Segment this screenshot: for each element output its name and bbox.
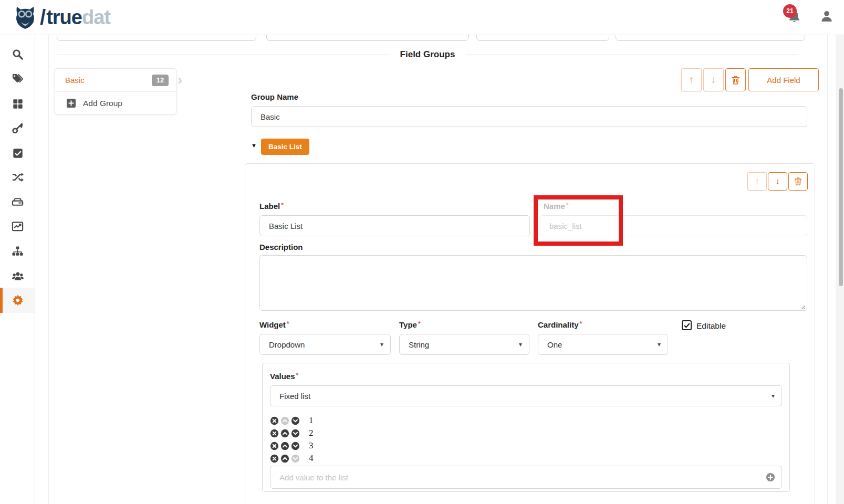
widget-select[interactable]: Dropdown ▾ [259,334,391,355]
sidebar-item-tags[interactable] [0,67,35,91]
plus-square-icon [67,99,76,108]
cardinality-select[interactable]: One ▾ [538,334,668,355]
sidebar-item-settings[interactable] [0,288,35,313]
move-value-down-icon[interactable] [291,416,300,425]
logo-slash: / [40,6,46,29]
sidebar-item-connections[interactable] [0,165,35,190]
add-group-label: Add Group [83,99,122,108]
chart-line-icon [12,220,24,233]
move-value-up-icon[interactable] [280,454,289,463]
editable-label: Editable [696,321,726,331]
divider-line-right [466,55,798,55]
sidebar-nav [0,35,35,504]
move-value-down-icon[interactable] [291,442,300,450]
arrow-down-icon: ↓ [711,74,716,86]
move-group-up-button[interactable]: ↑ [681,68,702,91]
content-left-border [48,35,49,504]
delete-field-button[interactable] [788,172,808,191]
remove-value-icon[interactable] [270,442,279,450]
collapse-field-icon[interactable]: ▼ [251,142,257,149]
sidebar-item-tasks[interactable] [0,141,35,165]
value-text: 3 [309,440,314,451]
add-group-button[interactable]: Add Group [55,92,176,114]
move-value-up-icon[interactable] [280,442,289,450]
sidebar-item-sources[interactable] [0,190,35,214]
type-select[interactable]: String ▾ [399,334,529,355]
sidebar-item-permissions[interactable] [0,116,35,141]
tags-icon [12,73,24,85]
divider-line-left [57,55,389,55]
field-name-input[interactable] [540,215,807,236]
owl-icon [14,5,37,30]
cardinality-label: Cardinality* [538,320,582,330]
sidebar-item-quality[interactable] [0,214,35,239]
resize-handle-icon[interactable] [799,303,806,310]
value-text: 4 [309,453,314,464]
users-icon [12,270,24,282]
move-field-down-button[interactable]: ↓ [768,172,787,191]
label-field-label: Label* [259,202,284,211]
key-icon [12,122,24,134]
arrow-up-icon: ↑ [755,176,759,187]
add-field-label: Add Field [767,76,800,85]
field-chip-basic-list[interactable]: Basic List [261,139,309,155]
required-asterisk: * [418,320,421,328]
user-profile-icon[interactable] [819,9,834,24]
values-source-select[interactable]: Fixed list ▾ [270,385,782,406]
caret-down-icon: ▾ [380,341,383,348]
group-name-text: Basic [65,76,152,85]
logo-text-primary: true [46,6,82,29]
values-label: Values* [270,372,298,381]
move-group-down-button[interactable]: ↓ [703,68,724,91]
value-list-item: 1 [270,414,314,427]
group-field-count-badge: 12 [152,75,169,86]
delete-group-button[interactable] [725,68,746,91]
caret-down-icon: ▾ [658,341,661,348]
logo-text-secondary: dat [82,6,110,29]
required-asterisk: * [287,320,289,328]
group-selected-chevron-icon[interactable]: › [178,71,182,88]
add-field-button[interactable]: Add Field [748,68,819,91]
check-square-icon [12,148,24,159]
value-list-item: 3 [270,439,314,452]
name-field-label: Name* [544,202,569,211]
add-value-input[interactable] [270,466,782,489]
trash-icon [793,176,803,186]
search-icon [12,48,24,60]
move-value-up-icon[interactable] [280,429,289,438]
add-value-plus-icon[interactable] [766,472,775,482]
grid-icon [12,98,24,110]
required-asterisk: * [580,320,582,328]
required-asterisk: * [296,372,299,379]
description-textarea[interactable] [259,255,807,311]
sidebar-item-lineage[interactable] [0,239,35,264]
description-label: Description [259,243,303,251]
section-title: Field Groups [389,49,467,60]
field-groups-divider: Field Groups [57,49,798,60]
widget-label: Widget* [259,320,289,330]
move-value-up-icon[interactable] [280,416,289,425]
sidebar-item-users[interactable] [0,264,35,288]
app-header: / true dat 21 [0,0,844,35]
required-asterisk: * [281,202,284,209]
sidebar-item-modules[interactable] [0,91,35,116]
widget-selected-value: Dropdown [269,340,305,349]
caret-down-icon: ▾ [772,392,775,400]
scrollbar-thumb[interactable] [839,88,843,286]
truedat-logo[interactable]: / true dat [14,5,110,30]
sidebar-item-search[interactable] [0,42,35,67]
remove-value-icon[interactable] [270,454,279,463]
shuffle-icon [12,171,24,183]
group-name-label: Group Name [251,92,298,101]
editable-checkbox[interactable] [682,320,692,330]
move-value-down-icon[interactable] [291,454,300,463]
groups-panel: Basic 12 Add Group [55,68,176,114]
group-name-input[interactable] [251,106,807,127]
group-list-item-basic[interactable]: Basic 12 [55,69,176,92]
move-value-down-icon[interactable] [291,429,300,438]
notification-count-badge: 21 [783,4,797,18]
field-label-input[interactable] [259,215,530,236]
remove-value-icon[interactable] [270,429,279,438]
remove-value-icon[interactable] [270,416,279,425]
move-field-up-button[interactable]: ↑ [747,172,767,191]
